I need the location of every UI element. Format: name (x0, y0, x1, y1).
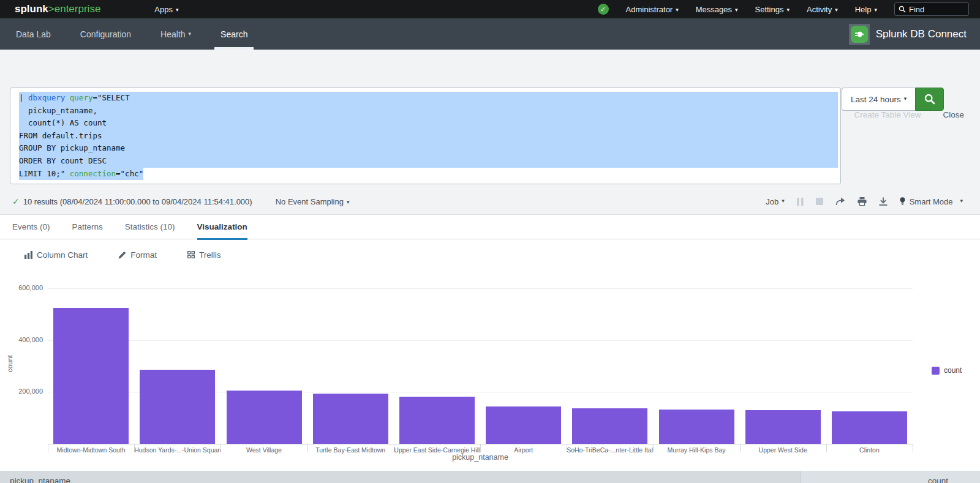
administrator-menu-label: Administrator (626, 5, 673, 14)
topbar-right-group: ✓ Administrator▾ Messages▾ Settings▾ Act… (598, 2, 969, 16)
query-line: LIMIT 10;" connection="chc" (19, 168, 143, 181)
trellis-button[interactable]: Trellis (187, 250, 221, 260)
results-check-icon: ✓ (12, 197, 20, 206)
chevron-down-icon: ▾ (786, 7, 790, 13)
time-range-group: Last 24 hours▾ (842, 88, 944, 111)
health-check-icon[interactable]: ✓ (598, 4, 609, 15)
smart-mode-menu[interactable]: Smart Mode▾ (900, 197, 963, 206)
format-label: Format (130, 250, 157, 260)
bar[interactable] (832, 411, 907, 444)
create-table-view-button: Create Table View (854, 110, 921, 119)
tab-events[interactable]: Events (0) (12, 214, 50, 239)
chevron-down-icon: ▾ (904, 95, 907, 102)
trellis-label: Trellis (199, 250, 221, 260)
nav-label: Health (160, 29, 185, 39)
download-icon[interactable] (879, 197, 888, 206)
column-header-count[interactable]: count (928, 476, 948, 483)
chart-legend[interactable]: count (932, 366, 962, 375)
bar[interactable] (486, 406, 561, 444)
job-menu-label: Job (766, 197, 778, 206)
check-glyph: ✓ (600, 6, 606, 13)
chevron-down-icon: ▾ (782, 198, 785, 204)
apps-menu[interactable]: Apps▾ (154, 5, 178, 14)
app-title: Splunk DB Connect (876, 28, 967, 40)
tab-visualization[interactable]: Visualization (197, 214, 247, 239)
bar[interactable] (399, 397, 475, 444)
settings-menu[interactable]: Settings▾ (755, 5, 790, 14)
bar[interactable] (227, 391, 302, 444)
apps-menu-label: Apps (154, 5, 173, 14)
messages-menu[interactable]: Messages▾ (696, 5, 738, 14)
chart-type-picker[interactable]: Column Chart (24, 250, 88, 260)
results-tabs: Events (0) Patterns Statistics (10) Visu… (0, 214, 980, 239)
bar[interactable] (53, 308, 129, 444)
nav-label: Search (221, 29, 247, 39)
logo-product-text: enterprise (55, 3, 101, 15)
tab-statistics[interactable]: Statistics (10) (125, 214, 175, 239)
tab-patterns[interactable]: Patterns (72, 214, 103, 239)
run-search-button[interactable] (915, 88, 944, 111)
legend-label: count (944, 366, 962, 375)
y-axis-title: count (6, 345, 13, 382)
x-category-label: Clinton (826, 446, 913, 454)
nav-item-data-lab[interactable]: Data Lab (15, 18, 52, 50)
find-input[interactable] (909, 5, 962, 14)
search-query-text: | dbxquery query="SELECT pickup_ntaname,… (19, 92, 839, 180)
find-search-box[interactable] (894, 2, 969, 16)
bar[interactable] (659, 410, 734, 444)
bar[interactable] (572, 408, 647, 444)
close-button[interactable]: Close (943, 110, 964, 119)
gridline (48, 288, 913, 289)
bar[interactable] (140, 370, 215, 444)
x-tick-mark (913, 444, 913, 452)
chart-type-label: Column Chart (37, 250, 88, 260)
y-tick-label: 400,000 (0, 336, 43, 343)
trellis-grid-icon (187, 251, 195, 258)
bar[interactable] (313, 394, 388, 444)
event-sampling-menu[interactable]: No Event Sampling▾ (276, 197, 350, 206)
nav-item-search[interactable]: Search (219, 18, 249, 50)
app-identity[interactable]: Splunk DB Connect (849, 24, 967, 45)
administrator-menu[interactable]: Administrator▾ (626, 5, 679, 14)
x-category-label: Midtown-Midtown South (48, 446, 134, 454)
chevron-down-icon: ▾ (960, 198, 963, 204)
share-icon[interactable] (835, 197, 845, 206)
time-range-picker[interactable]: Last 24 hours▾ (842, 88, 915, 111)
lightbulb-icon (900, 197, 905, 206)
legend-swatch (932, 367, 940, 375)
help-menu[interactable]: Help▾ (855, 5, 877, 14)
results-status-bar: ✓ 10 results (08/04/2024 11:00:00.000 to… (0, 191, 980, 212)
nav-item-health[interactable]: Health▾ (159, 18, 192, 50)
query-line: count(*) AS count (19, 117, 838, 130)
nav-item-configuration[interactable]: Configuration (79, 18, 132, 50)
stop-icon (816, 198, 823, 205)
tab-label: Events (0) (12, 222, 50, 231)
tab-label: Patterns (72, 222, 103, 231)
tab-label: Visualization (197, 222, 247, 231)
splunk-enterprise-logo: splunk>enterprise (15, 3, 100, 15)
nav-label: Configuration (80, 29, 131, 39)
bar[interactable] (745, 410, 821, 444)
query-line: | dbxquery query="SELECT (19, 92, 838, 105)
close-label: Close (943, 110, 964, 119)
print-icon[interactable] (858, 197, 867, 206)
column-chart: count pickup_ntaname count 200,000400,00… (0, 269, 980, 471)
help-menu-label: Help (855, 5, 872, 14)
query-line: ORDER BY count DESC (19, 155, 838, 168)
x-category-label: Murray Hill-Kips Bay (653, 446, 739, 454)
x-category-label: Hudson Yards-...-Union Square (134, 446, 221, 454)
chevron-down-icon: ▾ (835, 7, 838, 13)
x-category-label: SoHo-TriBeCa-...nter-Little Italy (567, 446, 653, 454)
job-menu[interactable]: Job▾ (766, 197, 785, 206)
x-category-label: Turtle Bay-East Midtown (307, 446, 394, 454)
gridline (48, 340, 913, 341)
format-button[interactable]: Format (118, 250, 157, 260)
search-query-input[interactable]: | dbxquery query="SELECT pickup_ntaname,… (10, 88, 841, 184)
activity-menu[interactable]: Activity▾ (807, 5, 838, 14)
activity-menu-label: Activity (807, 5, 832, 14)
x-category-label: Airport (480, 446, 567, 454)
pencil-icon (118, 251, 126, 259)
pause-icon (797, 198, 804, 206)
column-header-pickup-ntaname[interactable]: pickup_ntaname (10, 476, 70, 483)
nav-label: Data Lab (16, 29, 51, 39)
